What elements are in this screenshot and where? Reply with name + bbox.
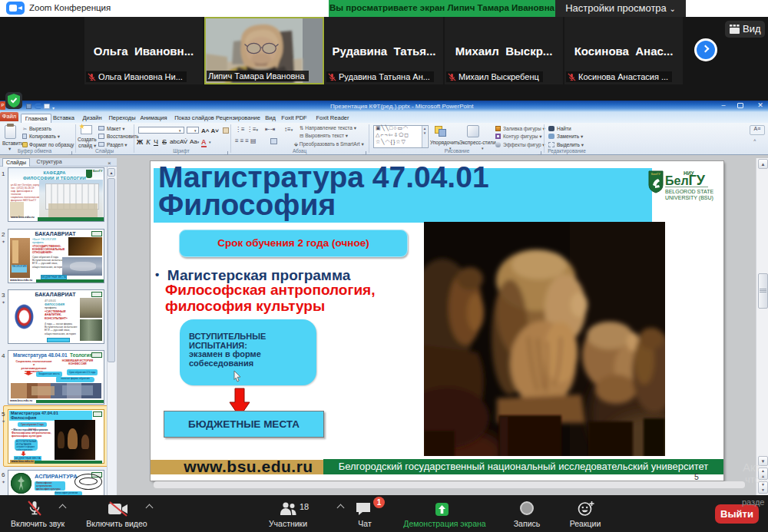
svg-text:BELGOROD STATE: BELGOROD STATE <box>665 189 713 194</box>
svg-text:БелГУ: БелГУ <box>651 172 660 176</box>
svg-text:UNIVERSITY (BSU): UNIVERSITY (BSU) <box>665 195 713 201</box>
svg-text:БелГУ: БелГУ <box>665 173 706 188</box>
